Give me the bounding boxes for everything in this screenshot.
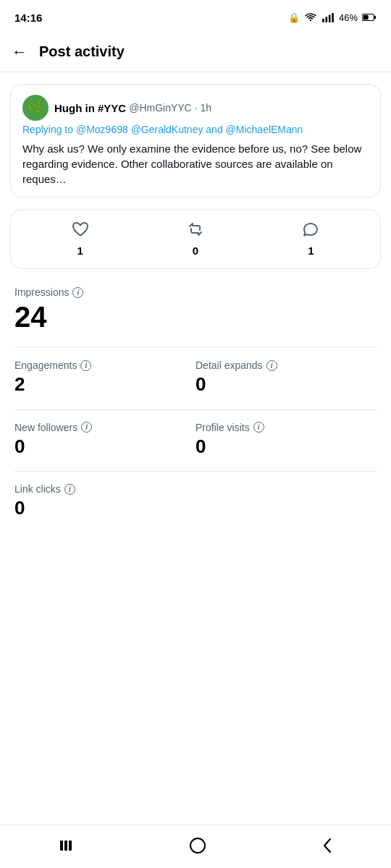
detail-expands-label-row: Detail expands i [196, 359, 377, 371]
author-handle: @HmGinYYC [129, 102, 192, 114]
home-icon [190, 838, 206, 854]
replies-stat: 1 [302, 221, 319, 257]
link-clicks-label: Link clicks [14, 483, 61, 495]
profile-visits-block: Profile visits i 0 [196, 422, 377, 457]
svg-point-0 [310, 20, 311, 21]
battery-icon [362, 13, 377, 22]
svg-rect-2 [325, 17, 327, 22]
link-clicks-row: Link clicks i 0 [14, 483, 377, 519]
profile-visits-label-row: Profile visits i [196, 422, 377, 433]
impressions-info-icon[interactable]: i [72, 287, 83, 298]
reply-icon [302, 221, 319, 242]
engagements-info-icon[interactable]: i [80, 360, 91, 371]
engagements-label-row: Engagements i [14, 359, 196, 371]
new-followers-info-icon[interactable]: i [81, 422, 92, 433]
detail-expands-label: Detail expands [196, 359, 263, 371]
detail-expands-value: 0 [196, 374, 377, 395]
svg-rect-1 [322, 19, 324, 22]
nav-back-button[interactable] [307, 832, 348, 859]
battery-text: 46% [339, 12, 358, 23]
divider-3 [14, 471, 377, 472]
retweets-stat: 0 [187, 221, 204, 257]
post-author-row: 🌿 Hugh in #YYC @HmGinYYC · 1h [22, 95, 369, 121]
avatar: 🌿 [22, 95, 49, 121]
detail-expands-info-icon[interactable]: i [266, 360, 277, 371]
status-time: 14:16 [14, 12, 42, 24]
author-info: Hugh in #YYC @HmGinYYC · 1h [54, 102, 211, 114]
detail-expands-block: Detail expands i 0 [196, 359, 377, 395]
followers-visits-row: New followers i 0 Profile visits i 0 [14, 422, 377, 457]
back-nav-icon [321, 838, 333, 854]
nav-menu-button[interactable] [43, 833, 88, 858]
svg-rect-4 [332, 13, 334, 22]
impressions-value: 24 [14, 301, 377, 333]
avatar-emoji: 🌿 [27, 99, 45, 116]
post-card: 🌿 Hugh in #YYC @HmGinYYC · 1h Replying t… [10, 84, 381, 197]
engagements-row: Engagements i 2 Detail expands i 0 [14, 359, 377, 395]
link-clicks-block: Link clicks i 0 [14, 483, 377, 519]
likes-value: 1 [77, 244, 83, 257]
metrics-section: Impressions i 24 Engagements i 2 Detail … [0, 281, 391, 539]
link-clicks-label-row: Link clicks i [14, 483, 377, 495]
lock-icon: 🔒 [288, 12, 300, 23]
heart-icon [72, 221, 89, 242]
wifi-icon [304, 12, 317, 22]
retweets-value: 0 [193, 244, 198, 257]
nav-home-button[interactable] [175, 832, 220, 859]
divider-1 [14, 347, 377, 348]
engagements-label: Engagements [14, 359, 77, 371]
retweet-icon [187, 221, 204, 242]
svg-rect-10 [69, 841, 72, 851]
profile-visits-label: Profile visits [196, 422, 250, 433]
post-content: Why ask us? We only examine the evidence… [22, 141, 369, 187]
likes-stat: 1 [72, 221, 89, 257]
bottom-nav [0, 825, 391, 868]
impressions-label: Impressions [14, 286, 69, 298]
author-name: Hugh in #YYC [54, 102, 126, 114]
back-button[interactable]: ← [12, 43, 28, 61]
impressions-row: Impressions i 24 [14, 286, 377, 333]
status-icons: 🔒 46% [288, 12, 377, 23]
status-bar: 14:16 🔒 46% [0, 0, 391, 32]
svg-rect-8 [60, 841, 63, 851]
impressions-block: Impressions i 24 [14, 286, 377, 333]
new-followers-label: New followers [14, 422, 77, 433]
stats-card: 1 0 1 [10, 209, 381, 269]
new-followers-block: New followers i 0 [14, 422, 196, 457]
svg-rect-6 [374, 16, 376, 20]
profile-visits-value: 0 [196, 436, 377, 457]
page-title: Post activity [39, 43, 125, 60]
header: ← Post activity [0, 32, 391, 72]
engagements-value: 2 [14, 374, 196, 395]
link-clicks-value: 0 [14, 498, 377, 519]
impressions-label-row: Impressions i [14, 286, 377, 298]
link-clicks-info-icon[interactable]: i [64, 484, 75, 495]
profile-visits-info-icon[interactable]: i [253, 422, 264, 433]
svg-rect-3 [329, 15, 331, 23]
svg-rect-9 [64, 841, 67, 851]
svg-rect-7 [363, 15, 368, 20]
menu-icon [58, 839, 74, 852]
svg-rect-11 [190, 838, 205, 853]
new-followers-label-row: New followers i [14, 422, 196, 433]
new-followers-value: 0 [14, 436, 196, 457]
reply-to: Replying to @Moz9698 @GeraldKutney and @… [22, 124, 369, 135]
post-time: · 1h [195, 102, 211, 114]
engagements-block: Engagements i 2 [14, 359, 196, 395]
divider-2 [14, 409, 377, 410]
author-name-row: Hugh in #YYC @HmGinYYC · 1h [54, 102, 211, 114]
signal-icon [321, 12, 335, 22]
replies-value: 1 [308, 244, 314, 257]
